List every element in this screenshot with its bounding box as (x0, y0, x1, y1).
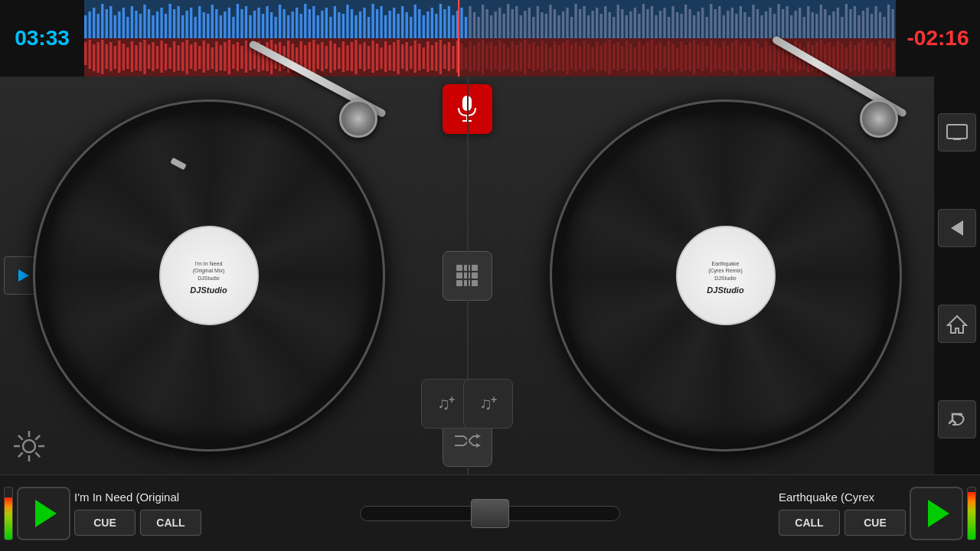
svg-rect-324 (638, 41, 640, 72)
svg-rect-169 (799, 8, 801, 38)
svg-rect-345 (727, 45, 729, 70)
svg-rect-42 (262, 14, 264, 38)
svg-rect-19 (165, 14, 167, 38)
svg-rect-318 (612, 44, 615, 69)
svg-rect-24 (186, 11, 188, 38)
svg-rect-314 (596, 41, 598, 72)
svg-rect-54 (312, 6, 315, 38)
right-vinyl: Earthquake(Cyrex Remix)DJStudio DJStudio (561, 111, 890, 440)
svg-rect-252 (334, 44, 336, 70)
svg-rect-68 (371, 4, 374, 38)
svg-rect-21 (173, 9, 175, 38)
svg-rect-292 (503, 44, 505, 70)
svg-rect-86 (448, 6, 450, 38)
svg-rect-47 (283, 9, 285, 38)
left-play-green-button[interactable] (17, 487, 70, 540)
svg-rect-116 (574, 4, 577, 38)
svg-rect-306 (562, 42, 564, 71)
svg-rect-303 (549, 47, 551, 69)
left-track-name: I'm In Need (Original (74, 491, 201, 504)
svg-rect-231 (245, 41, 247, 73)
svg-rect-342 (714, 44, 717, 70)
add-music-right-button[interactable]: ♫ + (463, 379, 513, 429)
time-left: 03:33 (0, 26, 84, 51)
svg-rect-99 (503, 14, 505, 38)
svg-rect-216 (181, 42, 184, 71)
svg-rect-373 (845, 47, 848, 69)
svg-rect-94 (482, 5, 484, 38)
svg-rect-58 (329, 17, 332, 38)
svg-rect-157 (748, 17, 750, 38)
settings-button[interactable] (8, 425, 50, 467)
svg-rect-97 (495, 11, 497, 38)
screen-button[interactable] (938, 113, 976, 152)
svg-rect-189 (883, 17, 885, 38)
svg-rect-8 (118, 11, 120, 38)
svg-rect-245 (304, 45, 306, 70)
arrow-left-button[interactable] (938, 209, 976, 247)
crossfader-handle[interactable] (471, 499, 509, 528)
svg-rect-34 (228, 8, 230, 38)
svg-rect-229 (237, 42, 239, 71)
svg-rect-61 (342, 14, 345, 38)
svg-rect-291 (498, 41, 501, 73)
svg-rect-268 (401, 44, 403, 69)
right-cue-button[interactable]: CUE (844, 510, 906, 536)
svg-rect-199 (109, 42, 112, 71)
svg-rect-334 (680, 41, 682, 72)
left-cue-button[interactable]: CUE (74, 510, 136, 536)
svg-rect-150 (718, 6, 720, 38)
svg-rect-33 (224, 11, 226, 38)
right-play-green-button[interactable] (910, 487, 963, 540)
svg-rect-106 (532, 17, 534, 38)
svg-rect-219 (194, 42, 197, 71)
left-call-button[interactable]: CALL (140, 510, 201, 536)
svg-rect-115 (570, 17, 573, 38)
left-label-text: I'm In Need(Original Mix)DJStudio (189, 256, 229, 285)
svg-rect-48 (287, 15, 289, 38)
svg-rect-63 (351, 9, 353, 38)
svg-rect-175 (824, 9, 826, 38)
svg-rect-162 (769, 8, 771, 38)
svg-rect-52 (304, 4, 306, 38)
svg-rect-267 (397, 40, 400, 74)
svg-rect-380 (874, 46, 877, 69)
svg-rect-183 (858, 15, 860, 38)
svg-rect-45 (274, 17, 276, 38)
svg-rect-300 (537, 46, 539, 69)
svg-rect-55 (317, 15, 319, 38)
svg-rect-40 (253, 11, 256, 38)
svg-rect-312 (587, 44, 590, 70)
svg-rect-223 (211, 47, 214, 69)
svg-rect-209 (152, 42, 154, 71)
svg-rect-10 (126, 17, 129, 38)
svg-rect-28 (203, 12, 205, 38)
svg-rect-120 (592, 11, 594, 38)
svg-rect-277 (439, 40, 442, 74)
waveform-bottom (84, 38, 896, 77)
svg-rect-66 (363, 8, 365, 38)
svg-rect-341 (710, 41, 712, 73)
svg-rect-148 (710, 4, 712, 38)
left-section: I'm In Need(Original Mix)DJStudio DJStud… (0, 77, 417, 474)
right-call-button[interactable]: CALL (779, 510, 840, 536)
svg-rect-153 (731, 8, 733, 38)
svg-rect-379 (871, 42, 873, 71)
crossfader-track[interactable] (360, 506, 620, 521)
back-button[interactable] (938, 400, 976, 439)
svg-rect-383 (887, 47, 890, 69)
svg-rect-5 (106, 9, 108, 38)
svg-rect-134 (651, 6, 653, 38)
waveform-bar: 03:33 (0, 0, 980, 77)
svg-rect-96 (490, 15, 492, 38)
svg-rect-319 (617, 42, 619, 71)
svg-rect-374 (849, 41, 851, 72)
svg-rect-103 (520, 15, 522, 38)
home-button[interactable] (938, 305, 976, 343)
svg-rect-395 (472, 272, 478, 279)
svg-rect-41 (257, 8, 260, 38)
svg-rect-218 (190, 44, 192, 69)
svg-rect-98 (498, 8, 501, 38)
svg-rect-164 (777, 4, 779, 38)
svg-rect-185 (866, 8, 868, 38)
